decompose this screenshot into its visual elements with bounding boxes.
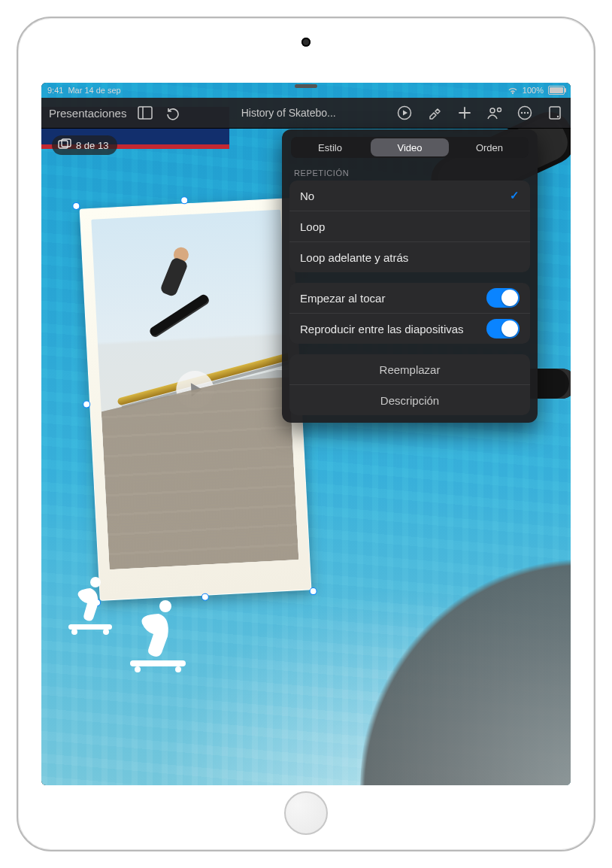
- media-description-button[interactable]: Descripción: [289, 384, 530, 415]
- resize-handle[interactable]: [180, 196, 189, 205]
- collaborate-icon[interactable]: [486, 105, 503, 121]
- action-label: Descripción: [380, 394, 439, 407]
- slide-counter-text: 8 de 13: [76, 140, 108, 151]
- skater-silhouette-icon: [124, 597, 192, 672]
- skater-silhouette-icon: [64, 575, 117, 635]
- resize-handle[interactable]: [309, 587, 317, 596]
- slide-counter-badge[interactable]: 8 de 13: [52, 135, 117, 155]
- tab-order[interactable]: Orden: [450, 137, 529, 158]
- svg-point-3: [103, 629, 109, 635]
- svg-point-7: [175, 666, 181, 672]
- format-inspector-popover: Estilo Video Orden REPETICIÓN No ✓ Loop …: [282, 129, 538, 423]
- replace-media-button[interactable]: Reemplazar: [289, 354, 530, 384]
- inspector-tabs: Estilo Video Orden: [291, 137, 529, 158]
- svg-point-16: [527, 112, 529, 114]
- svg-point-6: [135, 666, 141, 672]
- repetition-option-none[interactable]: No ✓: [289, 181, 530, 211]
- toggle-play-across-slides[interactable]: Reproducir entre las diapositivas: [289, 313, 530, 344]
- svg-point-15: [524, 112, 526, 114]
- add-icon[interactable]: [456, 105, 473, 121]
- status-bar: 9:41 Mar 14 de sep 100%: [41, 83, 571, 98]
- svg-rect-1: [68, 624, 112, 630]
- svg-point-4: [159, 600, 171, 612]
- multitask-indicator[interactable]: [295, 84, 317, 88]
- format-brush-icon[interactable]: [426, 105, 443, 121]
- playback-toggles-list: Empezar al tocar Reproducir entre las di…: [289, 283, 530, 344]
- svg-point-14: [521, 112, 523, 114]
- ramp-decoration: [360, 522, 571, 785]
- back-to-presentations-button[interactable]: Presentaciones: [49, 107, 126, 120]
- ipad-device: 9:41 Mar 14 de sep 100% Presentaciones: [0, 0, 612, 868]
- repetition-option-loop-back-forth[interactable]: Loop adelante y atrás: [289, 241, 530, 272]
- wifi-icon: [507, 86, 518, 95]
- home-button[interactable]: [284, 791, 328, 835]
- checkmark-icon: ✓: [510, 189, 520, 202]
- option-label: Loop adelante y atrás: [300, 251, 408, 264]
- screen: 9:41 Mar 14 de sep 100% Presentaciones: [41, 83, 571, 785]
- switch-on-icon[interactable]: [486, 319, 520, 338]
- media-actions-list: Reemplazar Descripción: [289, 354, 530, 415]
- status-time: 9:41: [47, 86, 63, 95]
- undo-icon[interactable]: [164, 105, 180, 121]
- svg-point-0: [90, 577, 101, 587]
- presenter-notes-icon[interactable]: [547, 105, 563, 121]
- document-title[interactable]: History of Skatebo...: [241, 107, 336, 119]
- option-label: No: [300, 190, 314, 202]
- selection-handles[interactable]: [76, 195, 313, 602]
- play-presentation-icon[interactable]: [396, 105, 413, 121]
- svg-rect-8: [138, 107, 152, 119]
- status-date: Mar 14 de sep: [68, 86, 120, 95]
- repetition-section-label: REPETICIÓN: [282, 162, 538, 181]
- more-icon[interactable]: [517, 105, 533, 121]
- tab-video[interactable]: Video: [371, 138, 449, 156]
- switch-on-icon[interactable]: [486, 288, 520, 308]
- front-camera: [301, 38, 311, 47]
- toggle-start-on-tap[interactable]: Empezar al tocar: [289, 283, 530, 313]
- tab-style[interactable]: Estilo: [291, 137, 369, 158]
- battery-percent: 100%: [523, 86, 544, 95]
- svg-rect-5: [130, 660, 186, 666]
- svg-point-18: [557, 116, 559, 117]
- toggle-label: Reproducir entre las diapositivas: [300, 323, 464, 335]
- resize-handle[interactable]: [72, 202, 80, 211]
- battery-icon: [548, 86, 565, 95]
- option-label: Loop: [300, 220, 325, 233]
- app-toolbar: Presentaciones History of Skatebo...: [41, 98, 571, 129]
- svg-point-2: [71, 629, 77, 635]
- action-label: Reemplazar: [380, 363, 441, 376]
- repetition-option-loop[interactable]: Loop: [289, 211, 530, 241]
- repetition-options-list: No ✓ Loop Loop adelante y atrás: [289, 181, 530, 272]
- toggle-label: Empezar al tocar: [300, 292, 385, 305]
- slides-icon: [58, 138, 71, 153]
- svg-point-11: [490, 108, 495, 113]
- resize-handle[interactable]: [83, 400, 91, 408]
- resize-handle[interactable]: [201, 593, 210, 601]
- svg-point-12: [498, 108, 501, 112]
- slide-navigator-icon[interactable]: [137, 105, 153, 121]
